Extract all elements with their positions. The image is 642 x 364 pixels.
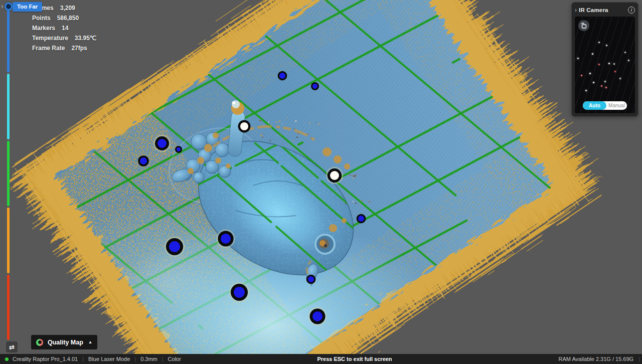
ir-dot bbox=[598, 42, 600, 43]
ir-dot bbox=[577, 58, 579, 59]
app-version-label: Creality Raptor Pro_1.4.01 bbox=[13, 356, 78, 362]
ir-dot bbox=[624, 52, 626, 53]
distance-colorbar bbox=[7, 7, 10, 340]
ir-dot bbox=[614, 71, 616, 72]
ir-dot bbox=[601, 85, 602, 87]
swap-view-button[interactable]: ⇄ bbox=[6, 341, 18, 352]
ir-dot bbox=[619, 78, 621, 79]
ir-dot bbox=[589, 73, 591, 74]
info-icon[interactable]: i bbox=[628, 7, 635, 14]
render-mode-label: Quality Map bbox=[48, 339, 83, 346]
ir-dot bbox=[592, 53, 593, 55]
ir-dot bbox=[598, 64, 600, 65]
left-panel-chevron-icon[interactable]: › bbox=[1, 2, 4, 10]
ir-camera-title: IR Camera bbox=[579, 7, 608, 13]
connection-status-dot bbox=[5, 357, 9, 361]
stat-temperature: Temperature33.95℃ bbox=[32, 33, 96, 43]
color-mode-label: Color bbox=[168, 356, 181, 362]
colorbar-segment-good bbox=[7, 141, 10, 206]
stat-framerate: Frame Rate27fps bbox=[32, 43, 96, 53]
colorbar-segment-near bbox=[7, 208, 10, 273]
exposure-mode-toggle: Auto Manual bbox=[583, 101, 627, 110]
stat-points: Points586,850 bbox=[32, 13, 96, 23]
camera-flip-icon bbox=[580, 22, 587, 29]
camera-flip-button[interactable] bbox=[578, 20, 589, 31]
distance-status-badge: Too Far bbox=[13, 2, 42, 12]
scanner-app-window: { "overlay": { "tooltip": "Too Far", "st… bbox=[0, 0, 642, 364]
status-bar: Creality Raptor Pro_1.4.01 | Blue Laser … bbox=[0, 354, 642, 364]
ir-dot bbox=[605, 87, 607, 88]
ir-dot bbox=[628, 60, 629, 61]
colorbar-segment-too-far bbox=[7, 7, 10, 72]
caret-up-icon: ▲ bbox=[88, 340, 92, 344]
laser-mode-label: Blue Laser Mode bbox=[88, 356, 130, 362]
resolution-label: 0.3mm bbox=[140, 356, 157, 362]
ir-dot bbox=[585, 90, 587, 91]
render-mode-dropdown[interactable]: Quality Map ▲ bbox=[31, 335, 97, 349]
fullscreen-hint: Press ESC to exit full screen bbox=[317, 356, 392, 362]
ir-dot bbox=[581, 75, 582, 76]
ir-dot bbox=[608, 63, 610, 64]
colorbar-segment-far bbox=[7, 74, 10, 139]
stat-markers: Markers14 bbox=[32, 23, 96, 33]
ir-dot bbox=[606, 45, 607, 46]
scan-viewport[interactable] bbox=[0, 0, 642, 364]
ir-dot bbox=[613, 63, 615, 65]
ir-camera-preview: Auto Manual bbox=[575, 17, 635, 113]
collapse-chevron-icon[interactable]: › bbox=[575, 7, 577, 14]
manual-mode-button[interactable]: Manual bbox=[606, 103, 627, 108]
ir-dot bbox=[604, 81, 606, 82]
colorbar-segment-too-near bbox=[7, 275, 10, 340]
ir-camera-panel: › IR Camera i Auto Manual bbox=[571, 2, 638, 117]
auto-mode-button[interactable]: Auto bbox=[583, 101, 606, 110]
ir-dot bbox=[593, 82, 594, 83]
scroll-indent bbox=[315, 235, 335, 254]
quality-map-icon bbox=[36, 339, 43, 346]
ram-available-label: RAM Available 2.31G / 15.69G bbox=[559, 356, 634, 362]
ir-camera-header: › IR Camera i bbox=[575, 6, 635, 14]
distance-indicator-handle bbox=[5, 3, 13, 11]
